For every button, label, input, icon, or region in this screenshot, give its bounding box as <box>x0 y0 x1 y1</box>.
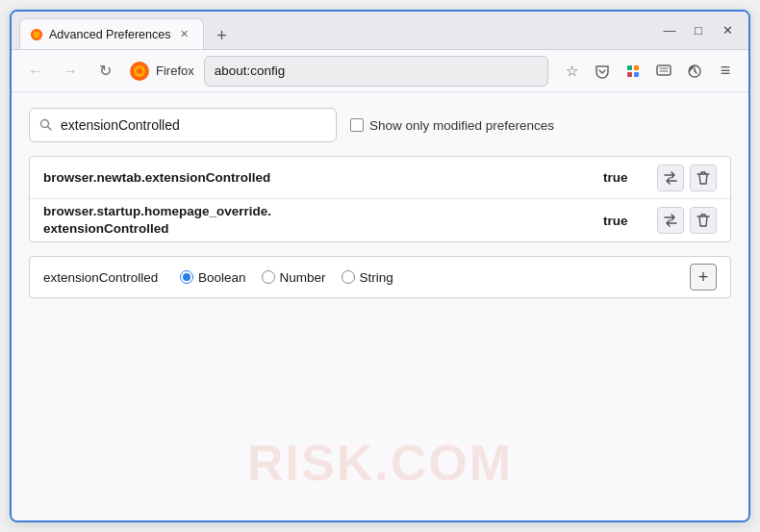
preferences-table: browser.newtab.extensionControlled true <box>29 156 731 242</box>
pref-value-2: true <box>603 214 642 228</box>
svg-point-1 <box>34 31 40 38</box>
pref-value-1: true <box>603 170 642 185</box>
radio-boolean[interactable]: Boolean <box>180 270 246 285</box>
tab-favicon-icon <box>30 28 43 41</box>
radio-number[interactable]: Number <box>262 270 326 285</box>
add-pref-name-label: extensionControlled <box>43 270 168 285</box>
pref-actions-2 <box>657 207 717 234</box>
history-icon <box>687 63 702 79</box>
table-row[interactable]: browser.startup.homepage_override. exten… <box>30 199 730 241</box>
browser-name-label: Firefox <box>156 63 194 78</box>
show-modified-text: Show only modified preferences <box>369 118 554 133</box>
radio-string-circle <box>342 270 355 284</box>
hamburger-icon: ≡ <box>721 61 731 81</box>
browser-window: Advanced Preferences ✕ + — □ ✕ ← → ↻ Fir… <box>10 10 750 522</box>
pref-delete-button-2[interactable] <box>690 207 717 234</box>
pocket-button[interactable] <box>589 58 616 85</box>
radio-boolean-circle <box>180 270 193 284</box>
delete-icon <box>697 213 710 228</box>
title-bar: Advanced Preferences ✕ + — □ ✕ <box>12 12 748 50</box>
back-history-button[interactable] <box>681 58 708 85</box>
tab-title: Advanced Preferences <box>49 28 170 41</box>
pref-delete-button-1[interactable] <box>690 165 717 191</box>
svg-rect-8 <box>634 72 639 77</box>
pref-swap-button-2[interactable] <box>657 207 684 234</box>
bookmark-button[interactable]: ☆ <box>558 58 585 85</box>
pref-swap-button-1[interactable] <box>657 165 684 191</box>
table-row[interactable]: browser.newtab.extensionControlled true <box>30 157 730 199</box>
minimize-button[interactable]: — <box>656 17 683 44</box>
svg-line-12 <box>48 127 52 131</box>
svg-rect-9 <box>657 65 671 75</box>
pref-name-1: browser.newtab.extensionControlled <box>43 169 603 187</box>
account-icon <box>656 63 671 79</box>
address-text: about:config <box>215 63 286 78</box>
window-controls: — □ ✕ <box>656 17 741 44</box>
puzzle-icon <box>625 63 641 79</box>
radio-string-label: String <box>360 270 393 285</box>
preference-search-box[interactable] <box>29 108 337 142</box>
pocket-icon <box>595 63 610 79</box>
radio-boolean-inner <box>183 273 190 281</box>
svg-rect-5 <box>627 65 632 70</box>
swap-icon <box>663 170 678 186</box>
close-button[interactable]: ✕ <box>714 17 741 44</box>
active-tab[interactable]: Advanced Preferences ✕ <box>19 18 204 49</box>
radio-number-label: Number <box>280 270 326 285</box>
show-modified-label[interactable]: Show only modified preferences <box>350 118 554 133</box>
nav-icons-group: ☆ ≡ <box>558 58 739 85</box>
forward-button[interactable]: → <box>56 57 85 86</box>
tab-area: Advanced Preferences ✕ + <box>19 12 656 49</box>
add-preference-button[interactable]: + <box>690 264 717 291</box>
watermark: RISK.COM <box>247 434 513 492</box>
maximize-button[interactable]: □ <box>685 17 712 44</box>
radio-number-circle <box>262 270 275 284</box>
svg-rect-6 <box>634 65 639 70</box>
nav-bar: ← → ↻ Firefox about:config ☆ <box>12 50 748 92</box>
refresh-button[interactable]: ↻ <box>90 57 119 86</box>
firefox-logo-icon <box>129 61 150 82</box>
swap-icon <box>663 213 678 228</box>
tab-close-button[interactable]: ✕ <box>176 27 191 42</box>
extension-button[interactable] <box>620 58 646 85</box>
content-area: RISK.COM Show only modified preferences … <box>12 92 748 520</box>
menu-button[interactable]: ≡ <box>712 58 739 85</box>
add-preference-row: extensionControlled Boolean Number <box>29 256 731 298</box>
search-input[interactable] <box>61 117 326 133</box>
back-button[interactable]: ← <box>21 57 50 86</box>
show-modified-checkbox[interactable] <box>350 118 364 132</box>
radio-string[interactable]: String <box>342 270 393 285</box>
radio-boolean-label: Boolean <box>198 270 246 285</box>
search-row: Show only modified preferences <box>29 108 731 142</box>
address-bar[interactable]: about:config <box>204 56 548 87</box>
search-icon <box>39 118 53 132</box>
delete-icon <box>697 170 710 186</box>
pref-name-2: browser.startup.homepage_override. exten… <box>43 203 603 237</box>
new-tab-button[interactable]: + <box>208 22 235 49</box>
account-button[interactable] <box>650 58 677 85</box>
svg-rect-7 <box>627 72 632 77</box>
svg-point-4 <box>137 68 142 74</box>
radio-group: Boolean Number String <box>180 270 678 285</box>
pref-actions-1 <box>657 165 717 191</box>
